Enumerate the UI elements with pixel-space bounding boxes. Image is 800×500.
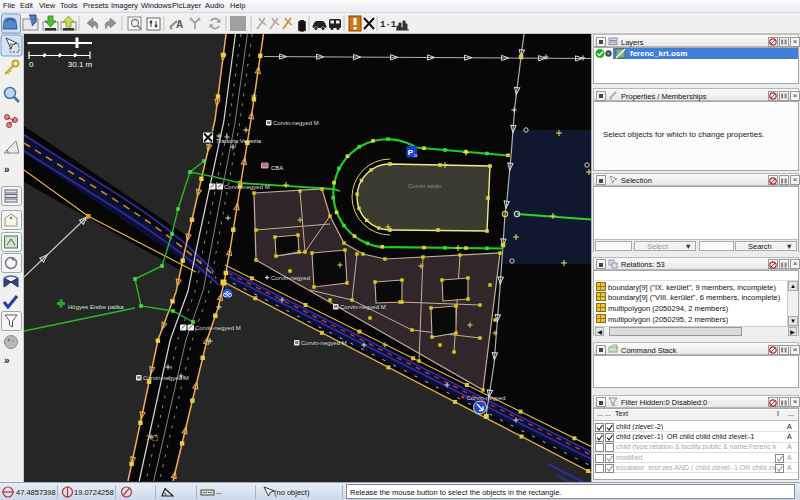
svg-text:M: M [295,340,299,345]
svg-text:Corvin-negyed: Corvin-negyed [271,275,310,281]
svg-text:Corvin-negyed M: Corvin-negyed M [143,375,189,381]
svg-text:M: M [267,120,271,125]
svg-text:0: 0 [29,60,34,69]
svg-text:»: » [4,164,10,175]
svg-text:Corvin-negyed M: Corvin-negyed M [340,304,386,310]
svg-text:Corvin-negyed M: Corvin-negyed M [224,184,270,190]
svg-text:30.1 m: 30.1 m [68,60,93,69]
svg-text:Trattoria Venezia: Trattoria Venezia [216,138,262,144]
svg-text:Hőgyes Endre patika: Hőgyes Endre patika [68,304,124,310]
svg-text:Corvin-negyed M: Corvin-negyed M [301,340,347,346]
svg-text:1·1: 1·1 [380,20,397,30]
svg-text:--: -- [216,488,222,497]
svg-text:Corvin-negyed: Corvin-negyed [467,395,506,401]
svg-text:CBA: CBA [271,165,283,171]
svg-text:Corvin sétán: Corvin sétán [408,183,442,189]
svg-text:24: 24 [414,154,418,158]
svg-text:M: M [334,304,338,309]
svg-text:? ▢: ? ▢ [146,434,158,441]
svg-text:Corvin-negyed M: Corvin-negyed M [195,325,241,331]
svg-text:Corvin-negyed M: Corvin-negyed M [273,120,319,126]
svg-text:M: M [137,375,141,380]
svg-text:»: » [4,355,10,366]
svg-text:A: A [176,19,183,30]
